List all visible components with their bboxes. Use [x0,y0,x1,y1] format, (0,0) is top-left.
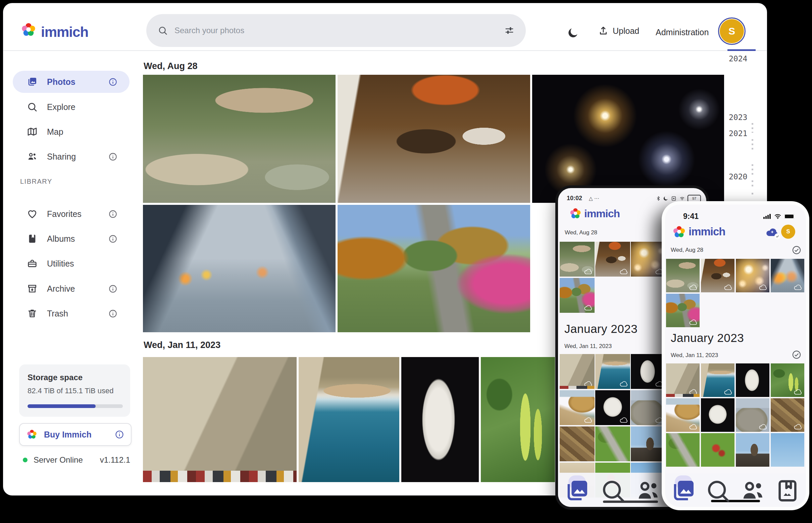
dark-mode-moon-icon[interactable] [567,27,579,39]
timeline-tick-dots [751,123,753,133]
info-icon[interactable] [108,152,118,161]
phone2-immich-wordmark: immich [689,225,725,238]
phone2-nav-photos[interactable]: Photos [670,477,697,507]
sidebar-item-albums[interactable]: Albums [13,228,129,250]
sharing-people-icon [635,477,662,504]
timeline-year[interactable]: 2023 [729,113,747,122]
sidebar-item-archive[interactable]: Archive [13,277,129,300]
user-avatar[interactable]: S [718,17,746,45]
cloud-icon [584,305,592,311]
info-icon[interactable] [108,309,118,318]
phone1-thumb-fireworks[interactable] [631,242,666,276]
info-icon[interactable] [108,284,118,293]
phone2-thumb-fireworks[interactable] [736,259,770,292]
sidebar-item-sharing[interactable]: Sharing [13,145,129,168]
select-all-check-icon[interactable] [792,246,801,255]
photos-icon [670,477,697,504]
phone2-thumb-fortress[interactable] [666,363,699,397]
sidebar-item-photos[interactable]: Photos [13,71,129,93]
map-icon [27,126,38,137]
phone2-thumb-berries[interactable] [771,363,804,397]
photo-coastal-town[interactable] [299,357,399,482]
phone1-thumb-ruins[interactable] [631,390,666,425]
sidebar-item-utilities[interactable]: Utilities [13,252,129,274]
phone1-thumb-bust[interactable] [631,354,666,389]
phone1-thumb-cliff-beach[interactable] [560,390,594,425]
timeline-year[interactable]: 2021 [729,129,747,138]
phone2-thumb-ruins[interactable] [736,398,770,432]
timeline-year[interactable]: 2020 [729,172,747,181]
sidebar-item-map[interactable]: Map [13,121,129,143]
buy-immich-button[interactable]: Buy Immich [19,423,132,446]
phone1-thumb-lizard-moss[interactable] [595,427,630,461]
phone1-thumb-monkeys[interactable] [560,242,594,276]
phone2-thumb-cliff-beach[interactable] [666,398,699,432]
trash-icon [27,308,38,319]
phone2-thumb-dinner[interactable] [701,259,735,292]
phone2-thumb-coast[interactable] [701,363,735,397]
archive-box-icon [27,283,38,294]
info-icon[interactable] [108,210,118,219]
phone2-thumb-moss-flowers[interactable] [701,433,735,467]
photo-zoo-monkeys[interactable] [143,75,335,203]
sidebar-item-explore[interactable]: Explore [13,96,129,118]
bluetooth-icon [656,196,661,201]
cloud-icon [794,424,802,430]
sidebar-item-label: Archive [47,284,108,294]
timeline-scroll-indicator[interactable] [727,49,756,51]
sidebar-item-trash[interactable]: Trash [13,302,129,325]
administration-link[interactable]: Administration [656,28,709,37]
phone1-nav-search[interactable]: Search [600,477,626,507]
select-all-check-icon[interactable] [792,350,801,359]
sidebar-item-favorites[interactable]: Favorites [13,203,129,225]
photo-holding-hands[interactable] [143,205,335,332]
upload-icon [598,25,609,36]
phone1-thumb-coast[interactable] [595,354,630,389]
search-bar[interactable] [146,14,526,47]
phone2-thumb-lizard-moss[interactable] [666,433,699,467]
phone1-thumb-fortress[interactable] [560,354,594,389]
cloud-sync-icon[interactable] [766,227,778,237]
screenshot-stage: immich Upload Administration S [0,0,812,523]
phone1-thumb-lizard[interactable] [560,427,594,461]
phone2-thumb-sky[interactable] [771,433,804,467]
avatar-initial: S [728,25,735,37]
phone2-thumb-autumn-path[interactable] [666,294,699,327]
phone2-thumb-building-sky[interactable] [736,433,770,467]
photo-autumn-garden-path[interactable] [338,205,530,332]
phone2-nav-sharing[interactable]: Sharing [740,477,766,507]
photo-marble-bust[interactable] [401,357,479,482]
phone2-nav-library[interactable]: Library [774,477,801,507]
library-section-header: LIBRARY [20,178,52,185]
phone1-status-time: 10:02 [567,195,582,202]
phone2-thumb-bust[interactable] [736,363,770,397]
phone1-nav-photos[interactable]: Photos [564,477,590,507]
search-input[interactable] [174,25,504,36]
upload-button[interactable]: Upload [598,25,639,36]
info-icon[interactable] [108,77,118,87]
date-group-header-aug: Wed, Aug 28 [144,61,197,71]
phone2-date-jan: Wed, Jan 11, 2023 [671,352,718,359]
phone2-nav-search[interactable]: Search [705,477,731,507]
filter-sliders-icon[interactable] [504,25,514,36]
phone1-thumb-autumn-path[interactable] [560,278,594,313]
info-icon[interactable] [115,430,124,439]
photo-green-berries[interactable] [481,357,555,482]
phone2-thumb-monkeys[interactable] [666,259,699,292]
storage-progress-track [28,404,123,408]
photo-fireworks[interactable] [532,75,724,203]
phone1-thumb-building-sky[interactable] [631,427,666,461]
phone2-thumb-hands[interactable] [771,259,804,292]
phone2-thumb-sculpture[interactable] [701,398,735,432]
info-icon[interactable] [108,234,118,244]
photo-dinner-table[interactable] [338,75,530,203]
photo-fortress-walls[interactable] [143,357,297,482]
phone1-nav-sharing[interactable]: Sharing [635,477,662,507]
buy-immich-label: Buy Immich [44,430,115,439]
sidebar-item-label: Favorites [47,209,108,219]
server-status-label: Server Online [34,455,100,465]
phone2-thumb-lizard[interactable] [771,398,804,432]
phone1-thumb-sculpture[interactable] [595,390,630,425]
phone1-thumb-dinner[interactable] [595,242,630,276]
phone2-user-avatar[interactable]: S [781,224,795,239]
